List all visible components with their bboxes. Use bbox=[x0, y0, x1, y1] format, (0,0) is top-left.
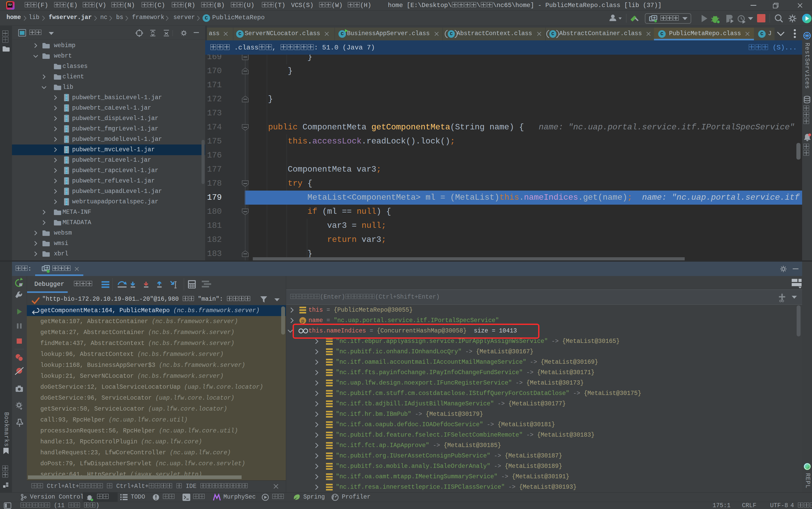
svg-text:p: p bbox=[301, 318, 304, 324]
